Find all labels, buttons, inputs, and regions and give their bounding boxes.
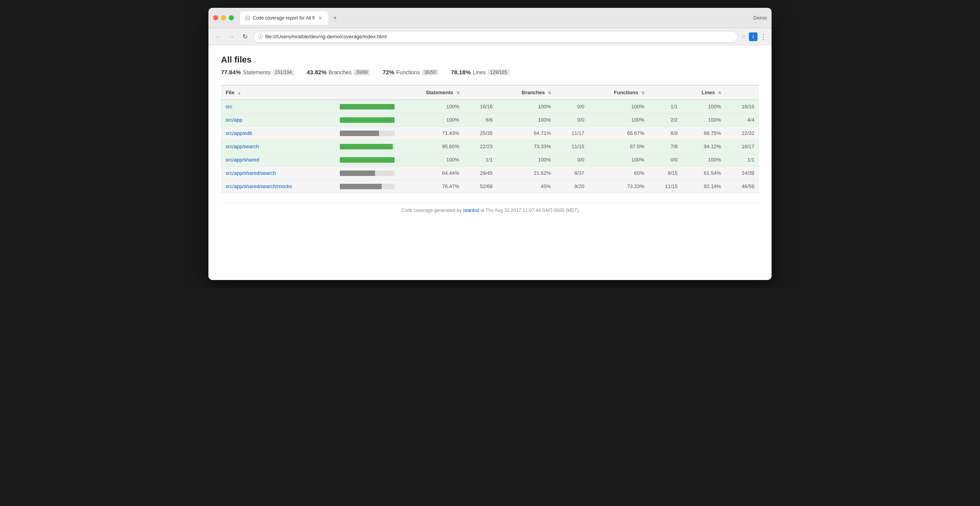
line-pct: 100% (682, 113, 726, 127)
coverage-table: File ▲ Statements ⇅ Branches ⇅ (221, 85, 759, 193)
stmt-pct: 100% (399, 153, 464, 167)
func-count: 2/2 (649, 113, 682, 127)
stmt-pct: 100% (399, 113, 464, 127)
extension-button[interactable]: i (749, 32, 757, 41)
bar-cell (335, 153, 399, 167)
summary-bar: 77.84% Statements 151/194 43.82% Branche… (221, 69, 759, 75)
col-branches-pct[interactable]: Branches ⇅ (497, 85, 556, 100)
branch-pct: 64.71% (497, 127, 556, 140)
line-count: 4/4 (726, 113, 759, 127)
toolbar-actions: ☆ i ⋮ (741, 32, 767, 41)
page-content: All files 77.84% Statements 151/194 43.8… (208, 45, 772, 280)
maximize-button[interactable] (229, 15, 234, 20)
file-cell: src/app/shared/search/mocks (221, 180, 335, 193)
func-count: 7/8 (649, 140, 682, 153)
browser-window: ⬜ Code coverage report for All fi ✕ + De… (208, 8, 772, 280)
functions-count: 36/50 (422, 69, 438, 75)
back-button[interactable]: ← (213, 32, 223, 42)
lines-sort-icon: ⇅ (718, 91, 721, 95)
statements-count: 151/194 (273, 69, 294, 75)
file-link[interactable]: src/app/search (226, 144, 259, 149)
summary-functions: 72% Functions 36/50 (382, 69, 438, 75)
bookmark-button[interactable]: ☆ (741, 33, 747, 40)
func-count: 11/15 (649, 180, 682, 193)
address-security-icon: ⓘ (258, 33, 263, 40)
file-cell: src/app (221, 113, 335, 127)
stmt-pct: 64.44% (399, 167, 464, 180)
istanbul-link[interactable]: istanbul (463, 208, 479, 213)
func-pct: 100% (589, 113, 649, 127)
func-count: 6/9 (649, 127, 682, 140)
new-tab-button[interactable]: + (330, 13, 341, 23)
line-pct: 100% (682, 100, 726, 113)
line-count: 22/32 (726, 127, 759, 140)
branch-pct: 100% (497, 113, 556, 127)
func-count: 1/1 (649, 100, 682, 113)
file-link[interactable]: src/app/edit (226, 130, 252, 136)
address-bar[interactable]: ⓘ file:///Users/mraible/dev/ng-demo/cove… (253, 31, 738, 43)
table-row: src/app/shared/search64.44%29/4521.62%8/… (221, 167, 759, 180)
minimize-button[interactable] (221, 15, 226, 20)
func-pct: 100% (589, 153, 649, 167)
footer-text: Code coverage generated by (401, 208, 463, 213)
bar-cell (335, 167, 399, 180)
col-statements-pct[interactable]: Statements ⇅ (399, 85, 464, 100)
active-tab[interactable]: ⬜ Code coverage report for All fi ✕ (240, 11, 328, 25)
stmt-count: 29/45 (464, 167, 497, 180)
col-statements-count (464, 85, 497, 100)
bar-cell (335, 100, 399, 113)
menu-button[interactable]: ⋮ (760, 32, 767, 41)
bar-cell (335, 180, 399, 193)
line-count: 24/39 (726, 167, 759, 180)
browser-username: Demo (753, 15, 767, 21)
forward-button[interactable]: → (226, 32, 237, 42)
table-row: src/app100%6/6100%0/0100%2/2100%4/4 (221, 113, 759, 127)
page-title: All files (221, 55, 759, 65)
functions-sort-icon: ⇅ (641, 91, 644, 95)
col-functions-pct[interactable]: Functions ⇅ (589, 85, 649, 100)
stmt-pct: 76.47% (399, 180, 464, 193)
func-pct: 73.33% (589, 180, 649, 193)
file-link[interactable]: src/app (226, 117, 242, 123)
stmt-pct: 71.43% (399, 127, 464, 140)
line-pct: 61.54% (682, 167, 726, 180)
branch-pct: 73.33% (497, 140, 556, 153)
stmt-pct: 100% (399, 100, 464, 113)
tab-title: Code coverage report for All fi (253, 15, 315, 21)
file-link[interactable]: src/app/shared/search/mocks (226, 183, 292, 189)
browser-toolbar: ← → ↻ ⓘ file:///Users/mraible/dev/ng-dem… (208, 28, 772, 45)
summary-statements: 77.84% Statements 151/194 (221, 69, 294, 75)
file-link[interactable]: src/app/shared/search (226, 170, 276, 176)
table-row: src100%16/16100%0/0100%1/1100%16/16 (221, 100, 759, 113)
line-count: 1/1 (726, 153, 759, 167)
line-pct: 68.75% (682, 127, 726, 140)
lines-count: 129/165 (488, 69, 509, 75)
file-link[interactable]: src (226, 104, 232, 109)
tab-close-button[interactable]: ✕ (317, 15, 323, 21)
tab-bar: ⬜ Code coverage report for All fi ✕ + (240, 11, 750, 25)
tab-page-icon: ⬜ (245, 15, 250, 20)
close-button[interactable] (213, 15, 218, 20)
branches-pct: 43.82% (307, 69, 327, 75)
func-pct: 60% (589, 167, 649, 180)
line-pct: 100% (682, 153, 726, 167)
branches-sort-icon: ⇅ (548, 91, 551, 95)
col-lines-pct[interactable]: Lines ⇅ (682, 85, 726, 100)
stmt-count: 1/1 (464, 153, 497, 167)
table-row: src/app/edit71.43%25/3564.71%11/1766.67%… (221, 127, 759, 140)
branch-count: 0/0 (556, 153, 589, 167)
branch-count: 0/0 (556, 100, 589, 113)
table-header-row: File ▲ Statements ⇅ Branches ⇅ (221, 85, 759, 100)
file-link[interactable]: src/app/shared (226, 157, 259, 163)
col-branches-count (556, 85, 589, 100)
col-bar (335, 85, 399, 100)
col-functions-count (649, 85, 682, 100)
stmt-pct: 95.65% (399, 140, 464, 153)
file-cell: src/app/shared/search (221, 167, 335, 180)
stmt-count: 6/6 (464, 113, 497, 127)
col-file[interactable]: File ▲ (221, 85, 335, 100)
file-cell: src/app/shared (221, 153, 335, 167)
reload-button[interactable]: ↻ (240, 32, 250, 42)
func-count: 9/15 (649, 167, 682, 180)
lines-label: Lines (473, 69, 486, 75)
